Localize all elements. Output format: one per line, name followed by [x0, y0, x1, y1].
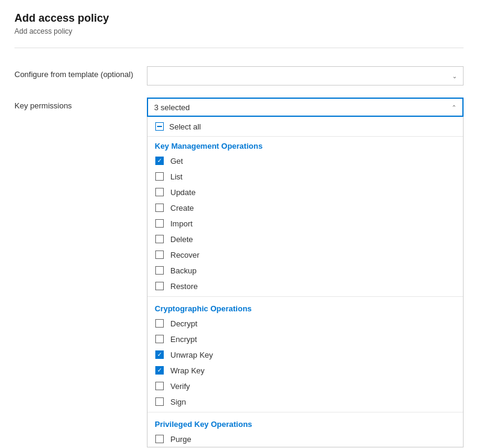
- checkbox-encrypt[interactable]: [155, 335, 164, 343]
- select-all-checkbox[interactable]: [155, 122, 164, 131]
- key-management-section: Key Management Operations ✓ Get: [147, 137, 463, 294]
- checkbox-unwrap-key[interactable]: ✓: [155, 350, 164, 359]
- page-container: Add access policy Add access policy Conf…: [0, 0, 478, 448]
- checkbox-delete-wrap: [155, 234, 164, 244]
- key-permissions-control: 3 selected ⌃ Select all: [147, 98, 464, 447]
- checkbox-sign-wrap: [155, 397, 164, 406]
- checkmark-get: ✓: [157, 158, 162, 164]
- key-management-section-header: Key Management Operations: [147, 137, 463, 153]
- checkbox-unwrap-key-wrap: ✓: [155, 350, 164, 359]
- checkbox-delete[interactable]: [155, 235, 164, 243]
- label-restore[interactable]: Restore: [170, 282, 198, 291]
- select-all-checkbox-wrap: [155, 122, 164, 131]
- checkbox-row-encrypt[interactable]: Encrypt: [147, 331, 463, 347]
- cryptographic-section: Cryptographic Operations Decrypt Encr: [147, 299, 463, 409]
- checkbox-row-get[interactable]: ✓ Get: [147, 153, 463, 169]
- checkbox-wrap-key-wrap: ✓: [155, 366, 164, 375]
- checkbox-row-update[interactable]: Update: [147, 184, 463, 200]
- checkbox-list[interactable]: [155, 172, 164, 181]
- checkbox-get-wrap: ✓: [155, 156, 164, 166]
- key-permissions-row: Key permissions 3 selected ⌃: [14, 92, 464, 448]
- checkbox-import-wrap: [155, 219, 164, 228]
- checkbox-backup-wrap: [155, 266, 164, 275]
- key-permissions-label: Key permissions: [14, 98, 147, 110]
- configure-template-label: Configure from template (optional): [14, 66, 147, 79]
- label-update[interactable]: Update: [170, 188, 196, 197]
- checkbox-row-purge[interactable]: Purge: [147, 431, 463, 447]
- label-delete[interactable]: Delete: [170, 235, 193, 244]
- key-permissions-chevron-up-icon: ⌃: [452, 104, 456, 111]
- configure-template-dropdown[interactable]: ⌄: [147, 66, 464, 86]
- checkbox-wrap-key[interactable]: ✓: [155, 366, 164, 375]
- checkbox-row-create[interactable]: Create: [147, 200, 463, 216]
- label-backup[interactable]: Backup: [170, 266, 196, 275]
- checkbox-get[interactable]: ✓: [155, 157, 164, 165]
- configure-template-row: Configure from template (optional) ⌄: [14, 60, 464, 92]
- header-divider: [14, 48, 464, 48]
- checkbox-decrypt-wrap: [155, 319, 164, 328]
- key-permissions-dropdown-trigger[interactable]: 3 selected ⌃: [147, 98, 464, 117]
- checkmark-wrap-key: ✓: [157, 367, 162, 373]
- configure-template-control: ⌄: [147, 66, 464, 86]
- checkbox-update[interactable]: [155, 188, 164, 196]
- section-divider-2: [147, 412, 463, 412]
- label-wrap-key[interactable]: Wrap Key: [170, 366, 205, 375]
- checkbox-create-wrap: [155, 203, 164, 213]
- checkbox-update-wrap: [155, 187, 164, 197]
- checkbox-purge-wrap: [155, 434, 164, 444]
- label-purge[interactable]: Purge: [170, 435, 191, 444]
- label-unwrap-key[interactable]: Unwrap Key: [170, 350, 213, 359]
- checkbox-decrypt[interactable]: [155, 319, 164, 328]
- checkbox-import[interactable]: [155, 219, 164, 228]
- checkbox-row-verify[interactable]: Verify: [147, 378, 463, 394]
- checkmark-unwrap-key: ✓: [157, 352, 162, 358]
- checkbox-verify-wrap: [155, 381, 164, 391]
- privileged-section: Privileged Key Operations Purge: [147, 415, 463, 447]
- section-divider-1: [147, 296, 463, 297]
- privileged-section-header: Privileged Key Operations: [147, 415, 463, 431]
- checkbox-row-recover[interactable]: Recover: [147, 247, 463, 263]
- checkbox-create[interactable]: [155, 204, 164, 212]
- checkbox-row-restore[interactable]: Restore: [147, 278, 463, 294]
- checkbox-backup[interactable]: [155, 266, 164, 275]
- configure-template-chevron-down-icon: ⌄: [452, 73, 457, 79]
- checkbox-sign[interactable]: [155, 397, 164, 406]
- checkbox-row-backup[interactable]: Backup: [147, 263, 463, 278]
- label-list[interactable]: List: [170, 172, 182, 181]
- checkbox-row-decrypt[interactable]: Decrypt: [147, 316, 463, 331]
- key-permissions-selected-value: 3 selected: [154, 103, 452, 112]
- cryptographic-section-header: Cryptographic Operations: [147, 299, 463, 316]
- label-decrypt[interactable]: Decrypt: [170, 319, 197, 328]
- label-sign[interactable]: Sign: [170, 397, 186, 406]
- label-recover[interactable]: Recover: [170, 250, 199, 260]
- checkbox-row-wrap-key[interactable]: ✓ Wrap Key: [147, 362, 463, 378]
- checkbox-verify[interactable]: [155, 382, 164, 390]
- key-permissions-dropdown-panel: Select all Key Management Operations ✓ G…: [147, 117, 464, 447]
- breadcrumb: Add access policy: [14, 27, 464, 36]
- checkbox-restore[interactable]: [155, 282, 164, 290]
- label-verify[interactable]: Verify: [170, 382, 190, 391]
- label-create[interactable]: Create: [170, 204, 194, 213]
- label-encrypt[interactable]: Encrypt: [170, 335, 197, 344]
- checkbox-list-wrap: [155, 172, 164, 181]
- checkbox-row-import[interactable]: Import: [147, 216, 463, 231]
- label-import[interactable]: Import: [170, 219, 193, 228]
- checkbox-recover[interactable]: [155, 250, 164, 259]
- checkbox-purge[interactable]: [155, 435, 164, 443]
- page-title: Add access policy: [14, 12, 464, 25]
- checkbox-encrypt-wrap: [155, 334, 164, 344]
- checkbox-restore-wrap: [155, 281, 164, 291]
- form-layout: Configure from template (optional) ⌄ Key…: [14, 60, 464, 448]
- checkbox-row-delete[interactable]: Delete: [147, 231, 463, 247]
- checkbox-row-sign[interactable]: Sign: [147, 394, 463, 409]
- select-all-row[interactable]: Select all: [147, 117, 463, 137]
- checkbox-row-list[interactable]: List: [147, 169, 463, 184]
- indeterminate-mark: [157, 126, 162, 127]
- checkbox-row-unwrap-key[interactable]: ✓ Unwrap Key: [147, 347, 463, 362]
- select-all-label[interactable]: Select all: [169, 122, 201, 131]
- label-get[interactable]: Get: [170, 157, 183, 166]
- checkbox-recover-wrap: [155, 250, 164, 260]
